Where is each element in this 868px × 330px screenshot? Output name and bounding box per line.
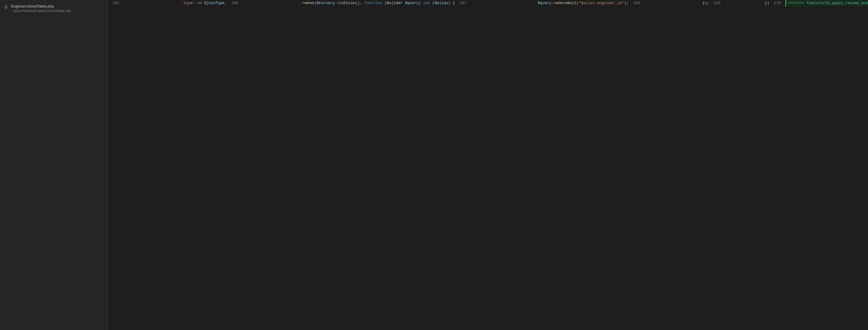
file-path: ...gineer/Models/EngineerJoinedTable.php [11, 9, 71, 12]
line-number: 165 [108, 0, 124, 6]
sidebar: PHP EngineerJoinedTable.php ...gineer/Mo… [0, 0, 108, 330]
table-row: 168 }); [629, 0, 709, 6]
code-line: }) [726, 0, 769, 6]
code-line: $query->whereNull("$alias.engineer_id"); [472, 0, 629, 6]
php-file-icon: PHP [3, 5, 9, 10]
code-container: 165 'type' => $joinType,166 ->when($tern… [108, 0, 868, 6]
line-number: 170 [769, 0, 785, 6]
code-line: <<<<<<< feature/23_apply_resume_and_fix_… [786, 0, 868, 6]
table-row: 169 }) [709, 0, 769, 6]
line-number: 169 [709, 0, 725, 6]
code-line: }); [646, 0, 709, 6]
table-row: 167 $query->whereNull("$alias.engineer_i… [455, 0, 629, 6]
code-line: ->when($ternary->isFalse(), function (Bu… [244, 0, 455, 6]
line-number: 166 [227, 0, 243, 6]
line-number: 168 [629, 0, 645, 6]
line-number: 167 [455, 0, 471, 6]
file-name: EngineerJoinedTable.php [11, 4, 71, 8]
editor-area[interactable]: 165 'type' => $joinType,166 ->when($tern… [108, 0, 868, 330]
code-line: 'type' => $joinType, [125, 0, 227, 6]
sidebar-file-item[interactable]: PHP EngineerJoinedTable.php ...gineer/Mo… [0, 2, 107, 14]
table-row: 170<<<<<<< feature/23_apply_resume_and_f… [769, 0, 868, 6]
file-info: EngineerJoinedTable.php ...gineer/Models… [11, 4, 71, 12]
svg-text:PHP: PHP [5, 7, 7, 9]
table-row: 166 ->when($ternary->isFalse(), function… [227, 0, 455, 6]
table-row: 165 'type' => $joinType, [108, 0, 227, 6]
